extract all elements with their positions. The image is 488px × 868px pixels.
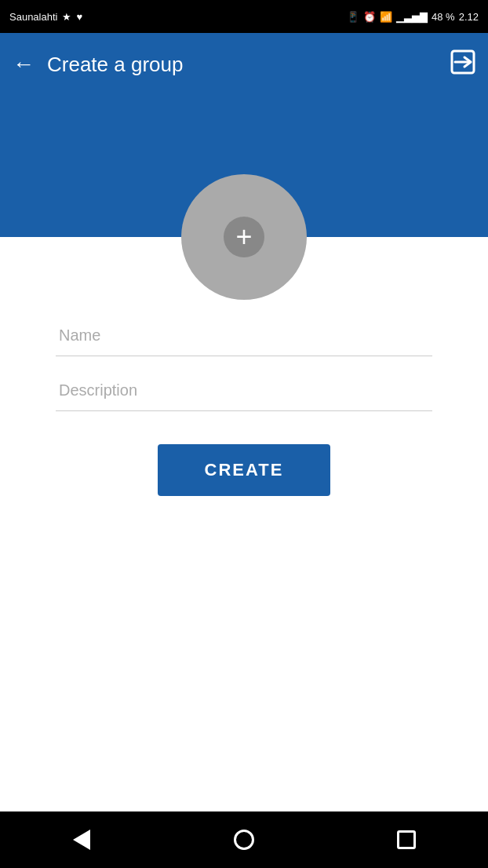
nav-home-button[interactable] — [220, 816, 268, 863]
exit-button[interactable] — [450, 49, 475, 80]
time-text: 2.12 — [459, 11, 479, 23]
status-bar: Saunalahti ★ ♥ 📱 ⏰ 📶 ▁▃▅▇ 48 % 2.12 — [0, 0, 488, 33]
signal-icon: ▁▃▅▇ — [396, 11, 428, 23]
bottom-nav — [0, 811, 488, 868]
form-container: CREATE — [56, 315, 432, 496]
wifi-icon: 📶 — [380, 11, 392, 23]
exit-icon — [450, 49, 475, 75]
header-blue-area: + — [0, 96, 488, 237]
back-button[interactable]: ← — [13, 52, 35, 77]
sim-icon: 📱 — [347, 11, 359, 23]
nav-back-button[interactable] — [58, 816, 105, 863]
app-bar: ← Create a group — [0, 33, 488, 96]
nav-home-icon — [234, 830, 254, 850]
battery-text: 48 % — [432, 11, 455, 23]
heart-icon: ♥ — [76, 11, 82, 23]
alarm-icon: ⏰ — [363, 11, 376, 23]
create-button[interactable]: CREATE — [158, 444, 331, 496]
avatar-upload-button[interactable]: + — [181, 174, 307, 300]
carrier-text: Saunalahti — [9, 11, 57, 23]
nav-recent-button[interactable] — [383, 816, 430, 863]
avatar-container: + — [181, 174, 307, 300]
name-input[interactable] — [56, 315, 432, 356]
status-bar-right: 📱 ⏰ 📶 ▁▃▅▇ 48 % 2.12 — [347, 11, 479, 23]
status-bar-left: Saunalahti ★ ♥ — [9, 11, 82, 23]
nav-recent-icon — [397, 830, 416, 849]
description-input[interactable] — [56, 370, 432, 411]
content-area: CREATE — [0, 237, 488, 811]
add-photo-icon: + — [224, 217, 264, 257]
nav-back-icon — [73, 830, 90, 850]
page-title: Create a group — [47, 53, 450, 77]
usb-icon: ★ — [62, 11, 71, 23]
